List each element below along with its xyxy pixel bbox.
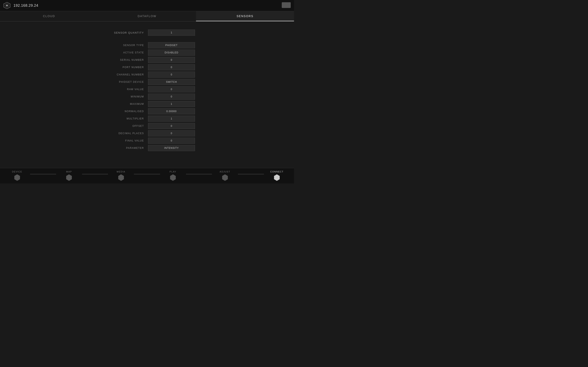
field-label-final-value: FINAL VALUE — [99, 139, 144, 142]
nav-label-map: MAP — [66, 170, 72, 173]
nav-connector — [238, 174, 264, 174]
form-row: SERIAL NUMBER — [99, 57, 195, 63]
svg-marker-5 — [118, 174, 124, 181]
tabs: CLOUD DATAFLOW SENSORS — [0, 11, 294, 21]
nav-item-map[interactable]: MAP — [56, 170, 82, 182]
form-row: PARAMETER — [99, 145, 195, 151]
form-row: RAW VALUE — [99, 86, 195, 93]
nav-connector — [134, 174, 160, 174]
nav-item-connect[interactable]: CONNECT — [264, 170, 290, 182]
nav-label-device: DEVICE — [12, 170, 22, 173]
field-input-serial-number[interactable] — [148, 57, 195, 63]
form-row: ACTIVE STATE — [99, 49, 195, 56]
nav-hex-adjust — [221, 174, 229, 182]
field-input-channel-number[interactable] — [148, 72, 195, 78]
field-input-minimum[interactable] — [148, 94, 195, 100]
nav-hex-map — [65, 174, 73, 182]
nav-hex-connect — [273, 174, 281, 182]
form-row: FINAL VALUE — [99, 137, 195, 144]
nav-hex-play — [169, 174, 177, 182]
field-label-sensor-type: SENSOR TYPE — [99, 44, 144, 47]
header-right — [282, 2, 291, 9]
field-label-normalised: NORMALISED — [99, 110, 144, 113]
nav-item-adjust[interactable]: ADJUST — [212, 170, 238, 182]
field-input-raw-value[interactable] — [148, 86, 195, 92]
sensor-quantity-label: SENSOR QUANTITY — [99, 31, 144, 34]
svg-marker-6 — [170, 174, 176, 181]
tab-cloud[interactable]: CLOUD — [0, 11, 98, 21]
nav-connector — [30, 174, 56, 174]
field-label-port-number: PORT NUMBER — [99, 66, 144, 69]
form-row: PHIDGET DEVICE — [99, 78, 195, 85]
field-label-channel-number: CHANNEL NUMBER — [99, 73, 144, 76]
field-label-multiplier: MULTIPLIER — [99, 117, 144, 120]
field-label-decimal-places: DECIMAL PLACES — [99, 132, 144, 135]
nav-item-play[interactable]: PLAY — [160, 170, 186, 182]
nav-item-media[interactable]: MEDIA — [108, 170, 134, 182]
form-row: MAXIMUM — [99, 100, 195, 108]
form-row: PORT NUMBER — [99, 64, 195, 71]
field-input-multiplier[interactable] — [148, 116, 195, 122]
bottom-nav: DEVICEMAPMEDIAPLAYADJUSTCONNECT — [0, 168, 294, 184]
nav-hex-device — [13, 174, 21, 182]
nav-label-play: PLAY — [170, 170, 176, 173]
field-input-parameter[interactable] — [148, 145, 195, 151]
svg-marker-2 — [6, 4, 8, 7]
svg-marker-7 — [222, 174, 228, 181]
form-row: MULTIPLIER — [99, 115, 195, 122]
field-input-offset[interactable] — [148, 123, 195, 129]
nav-hex-media — [117, 174, 125, 182]
field-label-raw-value: RAW VALUE — [99, 88, 144, 91]
form-row: MINIMUM — [99, 93, 195, 100]
field-input-sensor-type[interactable] — [148, 42, 195, 48]
field-input-normalised[interactable] — [148, 108, 195, 114]
field-input-phidget-device[interactable] — [148, 79, 195, 85]
field-input-decimal-places[interactable] — [148, 130, 195, 136]
form-container: SENSOR TYPEACTIVE STATESERIAL NUMBERPORT… — [99, 42, 195, 152]
tab-sensors[interactable]: SENSORS — [196, 11, 294, 21]
form-row: DECIMAL PLACES — [99, 130, 195, 137]
field-label-offset: OFFSET — [99, 125, 144, 127]
svg-marker-3 — [14, 174, 20, 181]
field-label-parameter: PARAMETER — [99, 147, 144, 150]
main-content: SENSOR QUANTITY SENSOR TYPEACTIVE STATES… — [0, 21, 294, 160]
field-label-active-state: ACTIVE STATE — [99, 51, 144, 54]
tab-dataflow[interactable]: DATAFLOW — [98, 11, 196, 21]
nav-label-adjust: ADJUST — [220, 170, 230, 173]
sensor-quantity-row: SENSOR QUANTITY — [99, 30, 195, 36]
nav-connector — [82, 174, 108, 174]
header-button[interactable] — [282, 2, 291, 8]
nav-label-connect: CONNECT — [270, 170, 284, 173]
form-row: OFFSET — [99, 123, 195, 129]
field-label-serial-number: SERIAL NUMBER — [99, 58, 144, 61]
field-label-phidget-device: PHIDGET DEVICE — [99, 81, 144, 83]
field-input-final-value[interactable] — [148, 138, 195, 144]
field-input-maximum[interactable] — [148, 101, 195, 107]
header: 192.168.29.24 — [0, 0, 294, 11]
logo-icon — [3, 2, 11, 9]
nav-item-device[interactable]: DEVICE — [4, 170, 30, 182]
svg-marker-4 — [66, 174, 72, 181]
svg-marker-8 — [274, 174, 280, 181]
ip-address: 192.168.29.24 — [13, 3, 38, 8]
form-row: SENSOR TYPE — [99, 42, 195, 49]
field-label-minimum: MINIMUM — [99, 95, 144, 98]
field-input-active-state[interactable] — [148, 50, 195, 56]
nav-label-media: MEDIA — [117, 170, 125, 173]
form-row: CHANNEL NUMBER — [99, 71, 195, 78]
field-label-maximum: MAXIMUM — [99, 103, 144, 105]
nav-connector — [186, 174, 212, 174]
form-row: NORMALISED — [99, 108, 195, 115]
sensor-quantity-input[interactable] — [148, 30, 195, 36]
field-input-port-number[interactable] — [148, 64, 195, 70]
